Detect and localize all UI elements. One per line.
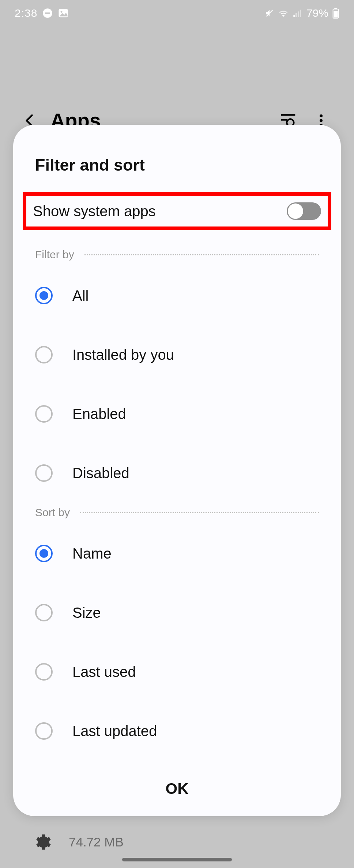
filter-by-header: Filter by <box>13 248 341 261</box>
radio-icon <box>35 287 53 304</box>
status-bar: 2:38 79% <box>0 0 354 26</box>
modal-title: Filter and sort <box>13 156 341 192</box>
svg-point-3 <box>61 11 63 13</box>
divider <box>80 512 319 513</box>
option-label: All <box>72 288 88 304</box>
sort-option-size[interactable]: Size <box>35 583 319 642</box>
option-label: Size <box>72 605 101 621</box>
svg-rect-7 <box>298 11 299 17</box>
option-label: Last updated <box>72 723 157 739</box>
show-system-apps-row[interactable]: Show system apps <box>23 192 331 230</box>
radio-icon <box>35 545 53 562</box>
ok-button[interactable]: OK <box>166 780 189 797</box>
filter-option-disabled[interactable]: Disabled <box>35 443 319 503</box>
svg-rect-1 <box>45 12 50 14</box>
status-left: 2:38 <box>15 7 69 19</box>
ok-row: OK <box>13 761 341 816</box>
radio-icon <box>35 405 53 423</box>
clock: 2:38 <box>15 7 37 19</box>
svg-rect-8 <box>300 10 301 17</box>
filter-by-label: Filter by <box>35 248 74 261</box>
filter-option-installed-by-you[interactable]: Installed by you <box>35 325 319 384</box>
radio-icon <box>35 464 53 482</box>
radio-icon <box>35 604 53 621</box>
media-icon <box>58 8 69 19</box>
battery-icon <box>332 8 339 19</box>
svg-rect-5 <box>293 15 295 17</box>
gear-icon <box>33 833 51 851</box>
option-label: Last used <box>72 664 136 680</box>
dnd-icon <box>42 8 53 18</box>
sort-option-name[interactable]: Name <box>35 524 319 583</box>
svg-rect-11 <box>334 11 338 18</box>
option-label: Disabled <box>72 465 129 481</box>
option-label: Name <box>72 545 112 562</box>
svg-point-17 <box>320 119 323 122</box>
signal-icon <box>293 8 303 18</box>
radio-icon <box>35 722 53 740</box>
radio-icon <box>35 346 53 363</box>
filter-option-enabled[interactable]: Enabled <box>35 384 319 443</box>
nav-pill[interactable] <box>122 858 232 861</box>
show-system-apps-label: Show system apps <box>33 203 156 220</box>
background-app-row: 74.72 MB <box>0 833 354 851</box>
show-system-apps-toggle[interactable] <box>287 202 321 220</box>
divider <box>84 254 319 255</box>
svg-point-16 <box>320 114 323 117</box>
filter-options: All Installed by you Enabled Disabled <box>13 266 341 503</box>
wifi-icon <box>278 8 289 18</box>
option-label: Enabled <box>72 406 126 422</box>
filter-sort-modal: Filter and sort Show system apps Filter … <box>13 125 341 816</box>
sort-by-label: Sort by <box>35 506 70 519</box>
status-right: 79% <box>265 7 339 19</box>
mute-icon <box>265 8 274 18</box>
sort-option-last-used[interactable]: Last used <box>35 642 319 701</box>
svg-rect-6 <box>295 13 297 17</box>
sort-option-last-updated[interactable]: Last updated <box>35 701 319 761</box>
sort-options: Name Size Last used Last updated <box>13 524 341 761</box>
option-label: Installed by you <box>72 347 174 363</box>
app-size-text: 74.72 MB <box>69 835 124 849</box>
toggle-knob <box>288 203 303 219</box>
battery-percent: 79% <box>306 7 328 19</box>
sort-by-header: Sort by <box>13 506 341 519</box>
radio-icon <box>35 663 53 681</box>
filter-option-all[interactable]: All <box>35 266 319 325</box>
